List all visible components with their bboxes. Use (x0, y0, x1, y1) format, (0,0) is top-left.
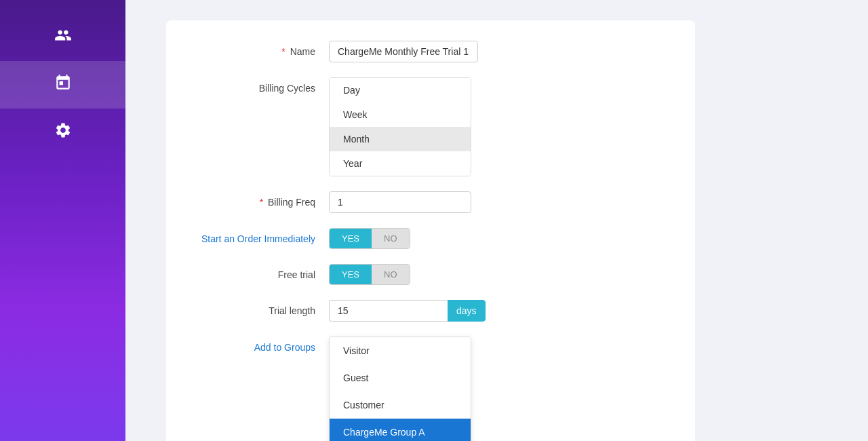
start-order-toggle[interactable]: YES NO (329, 228, 410, 249)
name-row: * Name (193, 41, 668, 62)
trial-length-input[interactable] (329, 300, 448, 322)
users-icon (54, 26, 72, 48)
add-to-groups-label[interactable]: Add to Groups (193, 337, 329, 353)
billing-freq-required-star: * (260, 197, 263, 208)
billing-cycles-dropdown[interactable]: Day Week Month Year (329, 77, 471, 176)
sidebar-item-settings[interactable] (0, 109, 125, 156)
free-trial-label: Free trial (193, 264, 329, 280)
billing-freq-label: * Billing Freq (193, 191, 329, 208)
calendar-icon (54, 74, 72, 96)
trial-length-unit: days (448, 300, 486, 322)
start-order-no-btn[interactable]: NO (372, 229, 410, 248)
group-chargeMe-a[interactable]: ChargeMe Group A (330, 419, 471, 441)
billing-cycle-year[interactable]: Year (330, 151, 471, 176)
billing-cycles-label: Billing Cycles (193, 77, 329, 94)
sidebar (0, 0, 125, 441)
name-label: * Name (193, 41, 329, 57)
free-trial-toggle[interactable]: YES NO (329, 264, 410, 285)
billing-cycle-week[interactable]: Week (330, 102, 471, 127)
billing-freq-row: * Billing Freq (193, 191, 668, 213)
billing-cycle-month[interactable]: Month (330, 127, 471, 151)
group-visitor[interactable]: Visitor (330, 337, 471, 364)
settings-icon (54, 121, 72, 143)
start-order-yes-btn[interactable]: YES (330, 229, 372, 248)
trial-length-row: Trial length days (193, 300, 668, 322)
free-trial-row: Free trial YES NO (193, 264, 668, 285)
sidebar-item-calendar[interactable] (0, 61, 125, 109)
name-required-star: * (281, 46, 285, 57)
add-to-groups-row: Add to Groups Visitor Guest Customer Cha… (193, 337, 668, 441)
trial-length-label: Trial length (193, 300, 329, 316)
groups-dropdown[interactable]: Visitor Guest Customer ChargeMe Group A (329, 337, 471, 441)
start-order-row: Start an Order Immediately YES NO (193, 228, 668, 249)
group-guest[interactable]: Guest (330, 364, 471, 391)
billing-cycles-row: Billing Cycles Day Week Month Year (193, 77, 668, 176)
free-trial-no-btn[interactable]: NO (372, 265, 410, 284)
name-input[interactable] (329, 41, 478, 62)
sidebar-item-users[interactable] (0, 14, 125, 61)
trial-length-group: days (329, 300, 486, 322)
start-order-label[interactable]: Start an Order Immediately (193, 228, 329, 244)
group-customer[interactable]: Customer (330, 391, 471, 419)
form-container: * Name Billing Cycles Day Week Month Yea… (166, 20, 695, 441)
free-trial-yes-btn[interactable]: YES (330, 265, 372, 284)
billing-freq-input[interactable] (329, 191, 471, 213)
billing-cycle-day[interactable]: Day (330, 78, 471, 102)
main-content: * Name Billing Cycles Day Week Month Yea… (125, 0, 868, 441)
